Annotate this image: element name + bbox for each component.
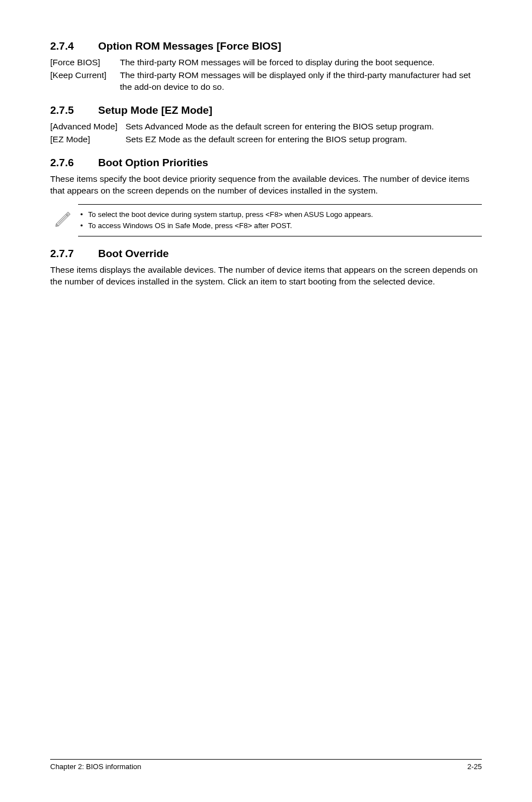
definition-row: [Advanced Mode] Sets Advanced Mode as th… (50, 121, 482, 133)
section-paragraph: These items specify the boot device prio… (50, 173, 482, 197)
page-footer: Chapter 2: BIOS information 2-25 (50, 759, 482, 771)
definition-row: [Force BIOS] The third-party ROM message… (50, 57, 482, 69)
note-item: To select the boot device during system … (78, 209, 482, 220)
definition-term: [Keep Current] (50, 70, 120, 93)
footer-chapter-label: Chapter 2: BIOS information (50, 762, 141, 771)
section-number: 2.7.4 (50, 40, 98, 52)
section-heading-276: 2.7.6 Boot Option Priorities (50, 157, 482, 169)
section-title: Boot Option Priorities (98, 157, 208, 169)
definition-description: The third-party ROM messages will be dis… (120, 70, 482, 93)
pencil-note-icon (52, 204, 78, 230)
section-heading-275: 2.7.5 Setup Mode [EZ Mode] (50, 104, 482, 117)
definition-term: [Advanced Mode] (50, 121, 125, 133)
note-item: To access Windows OS in Safe Mode, press… (78, 220, 482, 231)
section-title: Option ROM Messages [Force BIOS] (98, 40, 281, 52)
section-title: Boot Override (98, 248, 169, 260)
section-number: 2.7.7 (50, 248, 98, 260)
definition-row: [Keep Current] The third-party ROM messa… (50, 70, 482, 93)
note-content: To select the boot device during system … (78, 204, 482, 236)
definition-description: Sets Advanced Mode as the default screen… (125, 121, 482, 133)
svg-line-1 (59, 214, 68, 224)
section-paragraph: These items displays the available devic… (50, 264, 482, 288)
definition-description: Sets EZ Mode as the default screen for e… (125, 134, 482, 146)
section-heading-274: 2.7.4 Option ROM Messages [Force BIOS] (50, 40, 482, 52)
section-title: Setup Mode [EZ Mode] (98, 104, 212, 117)
section-number: 2.7.5 (50, 104, 98, 117)
note-block: To select the boot device during system … (52, 204, 482, 236)
definition-row: [EZ Mode] Sets EZ Mode as the default sc… (50, 134, 482, 146)
definition-term: [EZ Mode] (50, 134, 125, 146)
footer-page-number: 2-25 (467, 762, 482, 771)
definition-term: [Force BIOS] (50, 57, 120, 69)
section-heading-277: 2.7.7 Boot Override (50, 248, 482, 260)
section-number: 2.7.6 (50, 157, 98, 169)
definition-description: The third-party ROM messages will be for… (120, 57, 482, 69)
